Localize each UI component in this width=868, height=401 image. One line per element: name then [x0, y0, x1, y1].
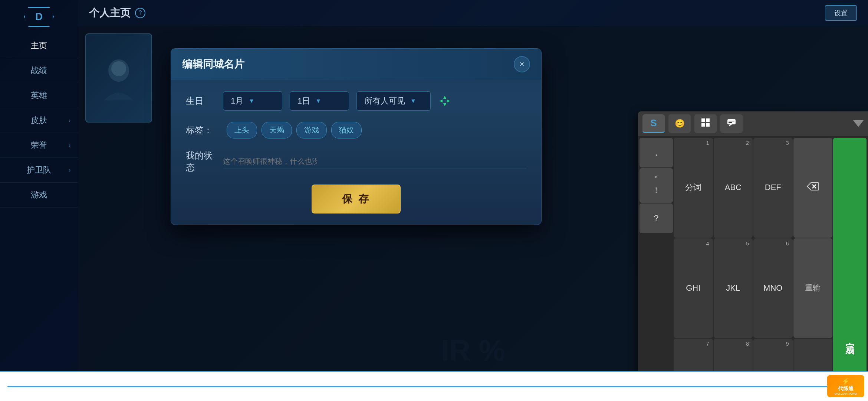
svg-rect-9 [706, 123, 710, 127]
edit-modal: 编辑同城名片 × 生日 1月 ▼ 1日 ▼ [171, 48, 542, 225]
chevron-icon: › [69, 117, 70, 123]
svg-rect-12 [729, 122, 732, 123]
keyboard-toolbar: S 😊 [638, 111, 868, 136]
svg-rect-8 [701, 123, 705, 127]
status-input[interactable] [223, 157, 317, 166]
page-title: 个人主页 [89, 6, 131, 20]
save-button[interactable]: 保 存 [312, 185, 401, 213]
visibility-value: 所有人可见 [364, 95, 405, 107]
svg-marker-2 [443, 96, 446, 99]
chevron-down-icon: ▼ [249, 98, 254, 104]
chat-keyboard-button[interactable] [720, 114, 743, 133]
sidebar-item-honor[interactable]: 荣誉 › [0, 133, 78, 158]
birthday-label: 生日 [186, 95, 216, 107]
help-icon: ? [139, 10, 142, 16]
birthday-row: 生日 1月 ▼ 1日 ▼ 所有人可见 ▼ [186, 91, 526, 111]
sidebar-item-heroes[interactable]: 英雄 [0, 83, 78, 108]
sogou-icon: S [650, 117, 657, 129]
modal-header: 编辑同城名片 × [171, 49, 541, 80]
tag-item[interactable]: 猫奴 [331, 122, 362, 138]
sidebar-item-guard[interactable]: 护卫队 › [0, 158, 78, 183]
status-input-wrap [223, 154, 526, 169]
emoji-keyboard-button[interactable]: 😊 [668, 114, 691, 133]
keyboard-panel: S 😊 [638, 111, 868, 401]
question-key[interactable]: ？ [640, 203, 673, 233]
modal-overlay: 编辑同城名片 × 生日 1月 ▼ 1日 ▼ [78, 26, 868, 401]
svg-rect-11 [729, 121, 734, 121]
move-icon[interactable] [438, 94, 451, 108]
modal-title: 编辑同城名片 [182, 57, 244, 71]
punct-column: ， ° ！ ？ [640, 138, 673, 401]
svg-marker-4 [440, 100, 443, 102]
tag-item[interactable]: 上头 [227, 122, 257, 138]
degree-exclaim-key[interactable]: ° ！ [640, 168, 673, 203]
chevron-down-icon: ▼ [315, 98, 321, 104]
sidebar-item-skins[interactable]: 皮肤 › [0, 108, 78, 133]
abc-key[interactable]: 2 ABC [714, 138, 753, 238]
done-key[interactable]: 完成 [833, 138, 867, 401]
topbar-actions: 设置 [825, 5, 857, 21]
visibility-dropdown[interactable]: 所有人可见 ▼ [356, 91, 431, 111]
chevron-icon: › [69, 142, 70, 148]
sidebar-item-label: 荣誉 [31, 140, 47, 150]
month-dropdown[interactable]: 1月 ▼ [223, 91, 282, 111]
sidebar-item-label: 护卫队 [27, 165, 51, 175]
grid-icon [701, 118, 710, 130]
modal-close-button[interactable]: × [514, 56, 530, 72]
tag-item[interactable]: 天蝎 [262, 122, 292, 138]
svg-rect-6 [701, 118, 705, 122]
day-dropdown[interactable]: 1日 ▼ [290, 91, 349, 111]
emoji-icon: 😊 [675, 119, 685, 128]
main-content: 游戏代练 IR % 编辑同城名片 × [78, 26, 868, 401]
brand-name: 代练通 [838, 385, 854, 392]
month-value: 1月 [231, 95, 243, 107]
svg-marker-3 [443, 103, 446, 106]
sidebar-item-home[interactable]: 主页 [0, 33, 78, 58]
done-key-wrap: 完成 [833, 138, 867, 401]
sidebar-item-label: 主页 [31, 41, 47, 50]
grid-keyboard-button[interactable] [694, 114, 717, 133]
svg-rect-7 [706, 118, 710, 122]
logo-char: D [35, 11, 43, 23]
tags-container: 上头 天蝎 游戏 猫奴 [227, 122, 526, 138]
comma-key[interactable]: ， [640, 138, 673, 167]
delete-icon [806, 182, 819, 193]
chat-icon [727, 118, 736, 130]
sidebar-item-label: 皮肤 [31, 115, 47, 125]
settings-button[interactable]: 设置 [825, 5, 857, 21]
progress-bar [7, 386, 838, 387]
modal-body: 生日 1月 ▼ 1日 ▼ 所有人可见 ▼ [171, 80, 541, 225]
brand-icon: ⚡ [842, 377, 850, 385]
tag-item[interactable]: 游戏 [296, 122, 327, 138]
sidebar: D 主页 战绩 英雄 皮肤 › 荣誉 › 护卫队 › 游戏 [0, 0, 78, 401]
app-logo: D [9, 4, 69, 30]
svg-marker-5 [447, 100, 450, 102]
topbar: 个人主页 ? 设置 [78, 0, 868, 26]
delete-key[interactable] [793, 138, 833, 238]
fenzi-key[interactable]: 1 分词 [674, 138, 713, 238]
sidebar-item-label: 游戏 [31, 190, 47, 199]
reset-key[interactable]: 重输 [793, 238, 833, 338]
def-key[interactable]: 3 DEF [753, 138, 793, 238]
sidebar-item-label: 英雄 [31, 91, 47, 100]
sidebar-item-stats[interactable]: 战绩 [0, 58, 78, 83]
help-button[interactable]: ? [135, 8, 145, 18]
main-keys: 1 分词 2 ABC 3 DEF [674, 138, 832, 401]
chevron-down-icon: ▼ [410, 98, 416, 104]
mno-key[interactable]: 6 MNO [753, 238, 793, 338]
sogou-keyboard-button[interactable]: S [642, 114, 665, 133]
tags-row: 标签： 上头 天蝎 游戏 猫奴 [186, 122, 526, 138]
sidebar-item-games[interactable]: 游戏 [0, 183, 78, 208]
svg-rect-10 [727, 119, 736, 124]
bottom-bar: 确定 [0, 371, 868, 401]
day-value: 1日 [297, 95, 310, 107]
ghi-key[interactable]: 4 GHI [674, 238, 713, 338]
comma-char: ， [652, 147, 661, 159]
brand-sub: DAI LIAN TONG [835, 392, 857, 395]
keyboard-dropdown-button[interactable] [853, 120, 864, 127]
jkl-key[interactable]: 5 JKL [714, 238, 753, 338]
tags-label: 标签： [186, 124, 219, 136]
sidebar-item-label: 战绩 [31, 66, 47, 75]
close-icon: × [520, 59, 525, 69]
key-area: ， ° ！ ？ 1 分词 [638, 136, 868, 401]
